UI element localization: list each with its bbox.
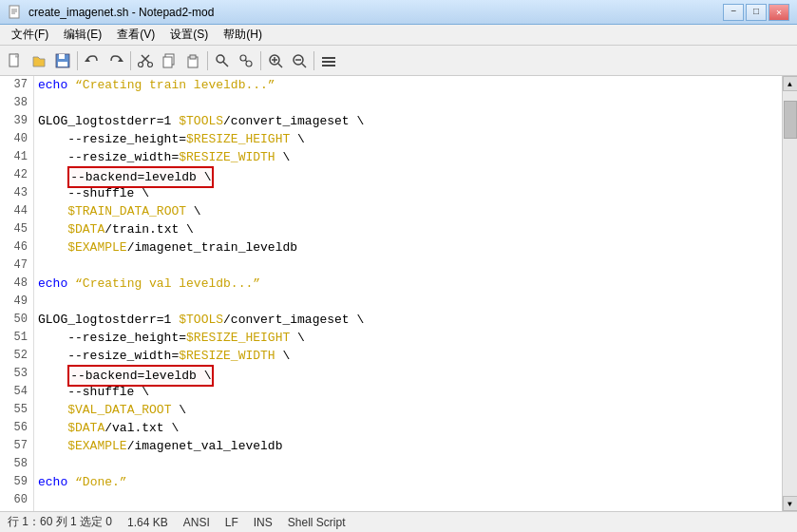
line-number: 56 — [6, 419, 28, 437]
code-line: --resize_height=$RESIZE_HEIGHT \ — [38, 329, 778, 347]
line-number: 42 — [6, 166, 28, 184]
code-line: $DATA/val.txt \ — [38, 419, 778, 437]
scroll-track[interactable] — [783, 91, 797, 496]
file-size: 1.64 KB — [127, 516, 168, 529]
cut-icon — [138, 53, 153, 68]
menu-file[interactable]: 文件(F) — [4, 25, 56, 45]
svg-rect-15 — [163, 57, 172, 67]
svg-line-26 — [278, 64, 282, 67]
find-icon — [215, 53, 230, 68]
open-icon — [31, 53, 47, 68]
menu-edit[interactable]: 编辑(E) — [56, 25, 109, 45]
scroll-down-arrow[interactable]: ▼ — [783, 496, 798, 511]
zoom-out-icon — [292, 53, 307, 68]
insert-mode: INS — [254, 516, 273, 529]
new-icon — [8, 53, 23, 68]
close-button[interactable]: ✕ — [769, 4, 789, 21]
line-number: 49 — [6, 293, 28, 311]
code-line: echo “Creating val leveldb...” — [38, 275, 778, 293]
menu-bar: 文件(F) 编辑(E) 查看(V) 设置(S) 帮助(H) — [0, 25, 797, 46]
maximize-button[interactable]: □ — [746, 4, 767, 21]
open-button[interactable] — [28, 49, 50, 72]
copy-button[interactable] — [158, 49, 180, 72]
svg-rect-30 — [322, 57, 335, 59]
zoom-out-button[interactable] — [288, 49, 311, 72]
code-line — [38, 293, 778, 311]
scroll-up-arrow[interactable]: ▲ — [783, 76, 798, 91]
save-button[interactable] — [51, 49, 74, 72]
line-number: 58 — [6, 455, 28, 473]
find-button[interactable] — [211, 49, 234, 72]
menu-help[interactable]: 帮助(H) — [216, 25, 270, 45]
settings-button[interactable] — [317, 49, 340, 72]
settings-icon — [321, 53, 336, 68]
line-number: 57 — [6, 437, 28, 455]
line-number: 47 — [6, 256, 28, 275]
save-icon — [55, 53, 70, 68]
svg-rect-31 — [322, 61, 335, 63]
scroll-thumb[interactable] — [784, 101, 797, 139]
code-line: --shuffle \ — [38, 383, 778, 401]
redo-button[interactable] — [104, 49, 127, 72]
cut-button[interactable] — [134, 49, 157, 72]
toolbar-sep-3 — [207, 51, 208, 70]
line-number: 54 — [6, 383, 28, 401]
line-numbers: 3738394041424344454647484950515253545556… — [0, 76, 34, 511]
line-number: 38 — [6, 94, 28, 112]
code-content[interactable]: echo “Creating train leveldb...” GLOG_lo… — [34, 76, 782, 511]
undo-button[interactable] — [81, 49, 104, 72]
line-number: 53 — [6, 365, 28, 383]
toolbar-sep-1 — [77, 51, 78, 70]
copy-icon — [161, 53, 177, 68]
menu-view[interactable]: 查看(V) — [109, 25, 162, 45]
replace-button[interactable] — [235, 49, 257, 72]
code-line — [38, 491, 778, 509]
zoom-in-button[interactable] — [264, 49, 287, 72]
redo-icon — [108, 53, 123, 68]
line-ending: LF — [225, 516, 238, 529]
line-number: 46 — [6, 238, 28, 256]
window-controls: − □ ✕ — [723, 4, 789, 21]
line-number: 48 — [6, 275, 28, 293]
svg-marker-9 — [118, 58, 123, 62]
svg-point-18 — [217, 55, 224, 63]
code-line: $EXAMPLE/imagenet_train_leveldb — [38, 238, 778, 256]
toolbar-sep-5 — [313, 51, 314, 70]
line-number: 43 — [6, 184, 28, 202]
vertical-scrollbar[interactable]: ▲ ▼ — [782, 76, 797, 511]
code-line: $DATA/train.txt \ — [38, 220, 778, 238]
paste-button[interactable] — [181, 49, 204, 72]
app-icon — [8, 5, 23, 20]
line-number: 52 — [6, 347, 28, 365]
code-line: $TRAIN_DATA_ROOT \ — [38, 202, 778, 220]
new-button[interactable] — [4, 49, 27, 72]
paste-icon — [185, 53, 200, 68]
toolbar — [0, 46, 797, 76]
window-title: create_imagenet.sh - Notepad2-mod — [28, 6, 214, 19]
code-line: --resize_width=$RESIZE_WIDTH \ — [38, 347, 778, 365]
zoom-in-icon — [268, 53, 283, 68]
svg-rect-6 — [59, 54, 65, 59]
line-number: 44 — [6, 202, 28, 220]
toolbar-sep-2 — [130, 51, 131, 70]
code-line: GLOG_logtostderr=1 $TOOLS/convert_images… — [38, 311, 778, 329]
svg-line-22 — [245, 60, 247, 62]
code-line: echo “Creating train leveldb...” — [38, 76, 778, 94]
svg-rect-17 — [190, 55, 196, 59]
svg-rect-7 — [58, 62, 67, 66]
minimize-button[interactable]: − — [723, 4, 744, 21]
undo-icon — [85, 53, 100, 68]
code-line: $VAL_DATA_ROOT \ — [38, 401, 778, 419]
menu-settings[interactable]: 设置(S) — [162, 25, 216, 45]
status-bar: 行 1：60 列 1 选定 0 1.64 KB ANSI LF INS Shel… — [0, 511, 797, 532]
title-bar: create_imagenet.sh - Notepad2-mod − □ ✕ — [0, 0, 797, 25]
line-number: 60 — [6, 491, 28, 509]
line-number: 55 — [6, 401, 28, 419]
language: Shell Script — [288, 516, 346, 529]
line-number: 50 — [6, 311, 28, 329]
code-line: --shuffle \ — [38, 184, 778, 202]
line-number: 37 — [6, 76, 28, 94]
code-line — [38, 94, 778, 112]
svg-line-19 — [223, 62, 228, 66]
editor-container: 3738394041424344454647484950515253545556… — [0, 76, 797, 511]
